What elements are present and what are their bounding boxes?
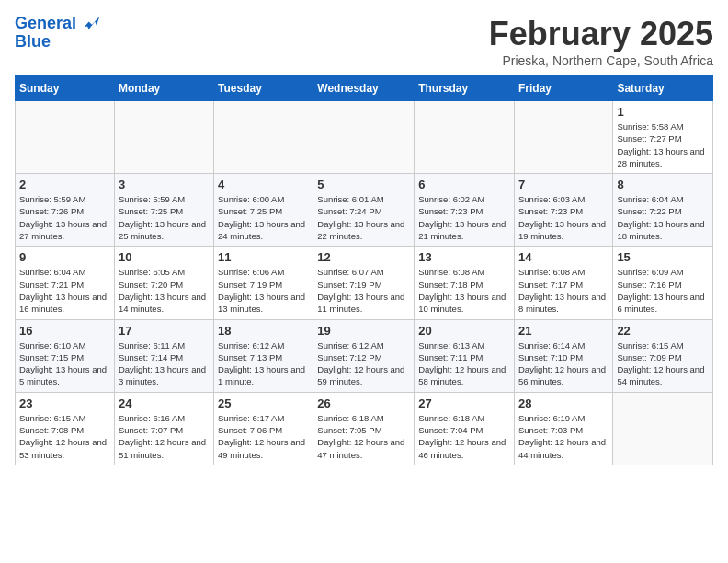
weekday-header-sunday: Sunday (16, 76, 115, 101)
day-info: Sunrise: 6:18 AM Sunset: 7:04 PM Dayligh… (418, 412, 510, 461)
calendar-cell (613, 392, 713, 465)
day-info: Sunrise: 6:08 AM Sunset: 7:17 PM Dayligh… (518, 266, 609, 315)
day-info: Sunrise: 6:19 AM Sunset: 7:03 PM Dayligh… (518, 412, 609, 461)
week-row-5: 23Sunrise: 6:15 AM Sunset: 7:08 PM Dayli… (16, 392, 713, 465)
day-number: 9 (19, 250, 110, 264)
calendar-cell: 26Sunrise: 6:18 AM Sunset: 7:05 PM Dayli… (313, 392, 415, 465)
logo-bird-icon (83, 15, 101, 33)
header: General Blue February 2025 Prieska, Nort… (15, 15, 713, 68)
calendar-cell: 24Sunrise: 6:16 AM Sunset: 7:07 PM Dayli… (114, 392, 213, 465)
day-info: Sunrise: 6:02 AM Sunset: 7:23 PM Dayligh… (418, 193, 510, 242)
calendar-cell: 21Sunrise: 6:14 AM Sunset: 7:10 PM Dayli… (514, 319, 612, 392)
day-info: Sunrise: 6:15 AM Sunset: 7:08 PM Dayligh… (19, 412, 110, 461)
day-number: 23 (19, 396, 110, 410)
weekday-header-thursday: Thursday (415, 76, 515, 101)
day-info: Sunrise: 6:04 AM Sunset: 7:21 PM Dayligh… (19, 266, 110, 315)
day-info: Sunrise: 5:58 AM Sunset: 7:27 PM Dayligh… (617, 121, 709, 169)
month-title: February 2025 (489, 15, 713, 53)
day-info: Sunrise: 6:15 AM Sunset: 7:09 PM Dayligh… (617, 339, 709, 388)
calendar-cell: 3Sunrise: 5:59 AM Sunset: 7:25 PM Daylig… (114, 174, 213, 247)
day-number: 12 (317, 250, 410, 264)
day-number: 15 (617, 250, 709, 264)
calendar-cell: 8Sunrise: 6:04 AM Sunset: 7:22 PM Daylig… (613, 174, 713, 247)
calendar-cell: 7Sunrise: 6:03 AM Sunset: 7:23 PM Daylig… (514, 174, 612, 247)
calendar-cell: 25Sunrise: 6:17 AM Sunset: 7:06 PM Dayli… (214, 392, 313, 465)
logo-text: General (15, 15, 101, 33)
day-number: 13 (418, 250, 510, 264)
day-info: Sunrise: 5:59 AM Sunset: 7:25 PM Dayligh… (119, 193, 210, 242)
weekday-header-saturday: Saturday (613, 76, 713, 101)
week-row-3: 9Sunrise: 6:04 AM Sunset: 7:21 PM Daylig… (16, 247, 713, 319)
logo: General Blue (15, 15, 101, 52)
calendar-cell: 11Sunrise: 6:06 AM Sunset: 7:19 PM Dayli… (214, 247, 313, 319)
day-number: 7 (518, 178, 609, 191)
logo-blue: Blue (15, 33, 101, 52)
calendar-cell (214, 101, 313, 174)
calendar: SundayMondayTuesdayWednesdayThursdayFrid… (15, 75, 713, 465)
day-info: Sunrise: 5:59 AM Sunset: 7:26 PM Dayligh… (19, 193, 110, 242)
day-number: 19 (317, 324, 410, 338)
day-info: Sunrise: 6:13 AM Sunset: 7:11 PM Dayligh… (418, 339, 510, 388)
day-number: 6 (418, 178, 510, 191)
day-number: 20 (418, 324, 510, 338)
day-number: 17 (119, 324, 210, 338)
day-info: Sunrise: 6:05 AM Sunset: 7:20 PM Dayligh… (119, 266, 210, 315)
day-info: Sunrise: 6:08 AM Sunset: 7:18 PM Dayligh… (418, 266, 510, 315)
calendar-cell: 5Sunrise: 6:01 AM Sunset: 7:24 PM Daylig… (313, 174, 415, 247)
calendar-cell (313, 101, 415, 174)
day-info: Sunrise: 6:10 AM Sunset: 7:15 PM Dayligh… (19, 339, 110, 388)
week-row-4: 16Sunrise: 6:10 AM Sunset: 7:15 PM Dayli… (16, 319, 713, 392)
day-number: 10 (119, 250, 210, 264)
calendar-cell: 1Sunrise: 5:58 AM Sunset: 7:27 PM Daylig… (613, 101, 713, 174)
calendar-cell: 12Sunrise: 6:07 AM Sunset: 7:19 PM Dayli… (313, 247, 415, 319)
day-info: Sunrise: 6:01 AM Sunset: 7:24 PM Dayligh… (317, 193, 410, 242)
day-info: Sunrise: 6:07 AM Sunset: 7:19 PM Dayligh… (317, 266, 410, 315)
day-number: 22 (617, 324, 709, 338)
calendar-cell: 20Sunrise: 6:13 AM Sunset: 7:11 PM Dayli… (415, 319, 515, 392)
day-info: Sunrise: 6:06 AM Sunset: 7:19 PM Dayligh… (218, 266, 309, 315)
day-number: 8 (617, 178, 709, 191)
day-number: 14 (518, 250, 609, 264)
day-info: Sunrise: 6:18 AM Sunset: 7:05 PM Dayligh… (317, 412, 410, 461)
day-number: 5 (317, 178, 410, 191)
day-info: Sunrise: 6:09 AM Sunset: 7:16 PM Dayligh… (617, 266, 709, 315)
day-number: 4 (218, 178, 309, 191)
day-info: Sunrise: 6:17 AM Sunset: 7:06 PM Dayligh… (218, 412, 309, 461)
calendar-cell (415, 101, 515, 174)
location-subtitle: Prieska, Northern Cape, South Africa (489, 53, 713, 68)
calendar-cell: 19Sunrise: 6:12 AM Sunset: 7:12 PM Dayli… (313, 319, 415, 392)
day-number: 28 (518, 396, 609, 410)
weekday-header-monday: Monday (114, 76, 213, 101)
calendar-cell: 4Sunrise: 6:00 AM Sunset: 7:25 PM Daylig… (214, 174, 313, 247)
title-area: February 2025 Prieska, Northern Cape, So… (489, 15, 713, 68)
calendar-cell: 2Sunrise: 5:59 AM Sunset: 7:26 PM Daylig… (16, 174, 115, 247)
calendar-cell: 23Sunrise: 6:15 AM Sunset: 7:08 PM Dayli… (16, 392, 115, 465)
day-info: Sunrise: 6:04 AM Sunset: 7:22 PM Dayligh… (617, 193, 709, 242)
day-number: 27 (418, 396, 510, 410)
calendar-cell: 27Sunrise: 6:18 AM Sunset: 7:04 PM Dayli… (415, 392, 515, 465)
calendar-cell: 16Sunrise: 6:10 AM Sunset: 7:15 PM Dayli… (16, 319, 115, 392)
logo-general: General (15, 14, 76, 32)
calendar-cell: 28Sunrise: 6:19 AM Sunset: 7:03 PM Dayli… (514, 392, 612, 465)
calendar-cell: 17Sunrise: 6:11 AM Sunset: 7:14 PM Dayli… (114, 319, 213, 392)
day-number: 25 (218, 396, 309, 410)
calendar-cell: 9Sunrise: 6:04 AM Sunset: 7:21 PM Daylig… (16, 247, 115, 319)
calendar-cell: 10Sunrise: 6:05 AM Sunset: 7:20 PM Dayli… (114, 247, 213, 319)
day-info: Sunrise: 6:11 AM Sunset: 7:14 PM Dayligh… (119, 339, 210, 388)
day-number: 3 (119, 178, 210, 191)
day-info: Sunrise: 6:00 AM Sunset: 7:25 PM Dayligh… (218, 193, 309, 242)
day-number: 2 (19, 178, 110, 191)
day-info: Sunrise: 6:16 AM Sunset: 7:07 PM Dayligh… (119, 412, 210, 461)
day-info: Sunrise: 6:12 AM Sunset: 7:12 PM Dayligh… (317, 339, 410, 388)
day-number: 21 (518, 324, 609, 338)
week-row-1: 1Sunrise: 5:58 AM Sunset: 7:27 PM Daylig… (16, 101, 713, 174)
day-number: 1 (617, 105, 709, 119)
day-number: 11 (218, 250, 309, 264)
day-number: 16 (19, 324, 110, 338)
calendar-cell: 14Sunrise: 6:08 AM Sunset: 7:17 PM Dayli… (514, 247, 612, 319)
calendar-cell: 13Sunrise: 6:08 AM Sunset: 7:18 PM Dayli… (415, 247, 515, 319)
weekday-header-friday: Friday (514, 76, 612, 101)
calendar-cell (514, 101, 612, 174)
calendar-header-row: SundayMondayTuesdayWednesdayThursdayFrid… (16, 76, 713, 101)
calendar-cell: 18Sunrise: 6:12 AM Sunset: 7:13 PM Dayli… (214, 319, 313, 392)
